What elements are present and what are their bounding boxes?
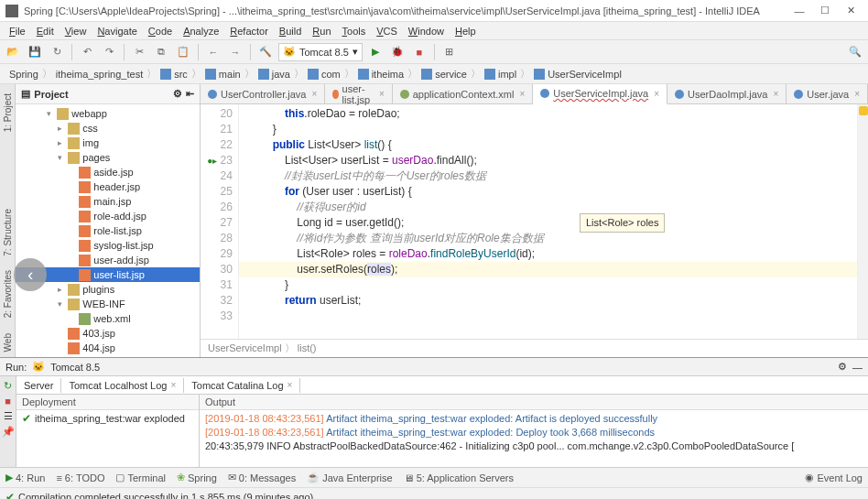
- code-area[interactable]: this.roleDao = roleDao; } public List<Us…: [239, 104, 857, 339]
- copy-icon[interactable]: ⧉: [152, 43, 170, 61]
- tree-item[interactable]: syslog-list.jsp: [16, 238, 200, 253]
- messages-tool-tab[interactable]: ✉0: Messages: [228, 472, 296, 483]
- run-icon[interactable]: ▶: [366, 43, 385, 61]
- editor-tab[interactable]: applicationContext.xml×: [393, 84, 534, 104]
- tree-item[interactable]: ▸css: [16, 121, 200, 136]
- tree-item[interactable]: 500.jsp: [16, 355, 200, 357]
- close-tab-icon[interactable]: ×: [519, 89, 525, 99]
- menu-edit[interactable]: Edit: [31, 24, 60, 38]
- error-stripe[interactable]: [857, 104, 868, 339]
- editor-breadcrumb[interactable]: UserServiceImpl 〉 list(): [201, 339, 868, 357]
- close-tab-icon[interactable]: ×: [379, 89, 385, 99]
- search-icon[interactable]: 🔍: [846, 43, 864, 61]
- favorites-tool-tab[interactable]: 2: Favorites: [2, 265, 14, 323]
- crumb-Spring[interactable]: Spring: [4, 69, 44, 80]
- tree-item[interactable]: main.jsp: [16, 194, 200, 209]
- project-tree[interactable]: ▾webapp▸css▸img▾pagesaside.jspheader.jsp…: [16, 104, 200, 357]
- menu-help[interactable]: Help: [450, 24, 482, 38]
- open-icon[interactable]: 📂: [4, 43, 22, 61]
- run-config-dropdown[interactable]: 🐱 Tomcat 8.5 ▾: [278, 43, 363, 61]
- tree-item[interactable]: ▾pages: [16, 150, 200, 165]
- structure-tool-tab[interactable]: 7: Structure: [2, 203, 14, 262]
- crumb-main[interactable]: main: [200, 69, 246, 80]
- rerun-icon[interactable]: ↻: [4, 380, 12, 392]
- close-tab-icon[interactable]: ×: [854, 89, 860, 99]
- editor-tab[interactable]: UserDaoImpl.java×: [667, 84, 787, 104]
- close-tab-icon[interactable]: ×: [773, 89, 778, 99]
- console-output[interactable]: [2019-01-18 08:43:23,561] Artifact ithei…: [200, 410, 868, 455]
- run-tool-tab[interactable]: ▶4: Run: [5, 472, 45, 483]
- cut-icon[interactable]: ✂: [130, 43, 148, 61]
- crumb-com[interactable]: com: [302, 69, 346, 80]
- save-icon[interactable]: 💾: [26, 43, 44, 61]
- crumb-java[interactable]: java: [253, 69, 296, 80]
- crumb-impl[interactable]: impl: [479, 69, 522, 80]
- run-tab[interactable]: Tomcat Catalina Log×: [184, 378, 300, 393]
- editor-tab[interactable]: UserController.java×: [201, 84, 325, 104]
- menu-window[interactable]: Window: [403, 24, 450, 38]
- menu-navigate[interactable]: Navigate: [92, 24, 142, 38]
- tree-item[interactable]: ▾webapp: [16, 106, 200, 121]
- crumb-itheima_spring_test[interactable]: itheima_spring_test: [50, 69, 148, 80]
- structure-icon[interactable]: ⊞: [440, 43, 459, 61]
- warning-marker[interactable]: [859, 106, 868, 115]
- web-tool-tab[interactable]: Web: [2, 328, 14, 357]
- tree-item[interactable]: ▸img: [16, 136, 200, 150]
- menu-code[interactable]: Code: [143, 24, 178, 38]
- close-tab-icon[interactable]: ×: [312, 89, 318, 99]
- tree-item[interactable]: aside.jsp: [16, 165, 200, 179]
- build-icon[interactable]: 🔨: [256, 43, 275, 61]
- crumb-service[interactable]: service: [416, 69, 472, 80]
- crumb-itheima[interactable]: itheima: [353, 69, 409, 80]
- menu-tools[interactable]: Tools: [337, 24, 372, 38]
- tree-item[interactable]: role-add.jsp: [16, 209, 200, 223]
- stop-icon[interactable]: ■: [5, 396, 11, 407]
- terminal-tool-tab[interactable]: ▢Terminal: [115, 472, 166, 483]
- javaee-tool-tab[interactable]: ☕Java Enterprise: [307, 472, 392, 483]
- close-tab-icon[interactable]: ×: [654, 89, 659, 99]
- menu-file[interactable]: File: [4, 24, 31, 38]
- back-icon[interactable]: ←: [204, 43, 222, 61]
- tree-item[interactable]: 404.jsp: [16, 341, 200, 355]
- minimize-icon[interactable]: —: [852, 362, 863, 373]
- menu-vcs[interactable]: VCS: [371, 24, 403, 38]
- pin-icon[interactable]: 📌: [2, 426, 15, 438]
- crumb-src[interactable]: src: [155, 69, 193, 80]
- tree-item[interactable]: 403.jsp: [16, 326, 200, 341]
- tree-item[interactable]: role-list.jsp: [16, 223, 200, 238]
- stop-icon[interactable]: ■: [410, 43, 429, 61]
- tree-item[interactable]: web.xml: [16, 311, 200, 326]
- menu-run[interactable]: Run: [307, 24, 336, 38]
- collapse-icon[interactable]: ⇤: [186, 88, 194, 100]
- editor-tab[interactable]: user-list.jsp×: [325, 84, 392, 104]
- gutter[interactable]: 202122●▸ 2324252627282930313233: [201, 104, 239, 339]
- minimize-button[interactable]: —: [787, 3, 811, 19]
- run-tab[interactable]: Tomcat Localhost Log×: [61, 378, 184, 393]
- redo-icon[interactable]: ↷: [100, 43, 118, 61]
- sync-icon[interactable]: ↻: [48, 43, 66, 61]
- tree-item[interactable]: ▾WEB-INF: [16, 297, 200, 311]
- editor-tab[interactable]: UserServiceImpl.java×: [533, 84, 667, 104]
- deployment-item[interactable]: ✔ itheima_spring_test:war exploded: [16, 410, 199, 427]
- eventlog-tool-tab[interactable]: ◉Event Log: [805, 472, 863, 483]
- editor-tab[interactable]: User.java×: [787, 84, 868, 104]
- undo-icon[interactable]: ↶: [78, 43, 96, 61]
- dump-icon[interactable]: ☰: [4, 410, 13, 422]
- spring-tool-tab[interactable]: ❀Spring: [177, 472, 217, 483]
- maximize-button[interactable]: ☐: [813, 3, 837, 19]
- forward-icon[interactable]: →: [226, 43, 244, 61]
- debug-icon[interactable]: 🐞: [388, 43, 407, 61]
- crumb-UserServiceImpl[interactable]: UserServiceImpl: [528, 69, 627, 80]
- settings-icon[interactable]: ⚙: [173, 88, 182, 100]
- gear-icon[interactable]: ⚙: [838, 361, 847, 373]
- appservers-tool-tab[interactable]: 🖥5: Application Servers: [404, 472, 514, 483]
- menu-build[interactable]: Build: [274, 24, 307, 38]
- menu-refactor[interactable]: Refactor: [224, 24, 274, 38]
- tree-item[interactable]: header.jsp: [16, 179, 200, 194]
- close-button[interactable]: ✕: [839, 3, 863, 19]
- todo-tool-tab[interactable]: ≡6: TODO: [56, 472, 104, 483]
- menu-view[interactable]: View: [60, 24, 92, 38]
- menu-analyze[interactable]: Analyze: [178, 24, 224, 38]
- paste-icon[interactable]: 📋: [174, 43, 192, 61]
- run-tab[interactable]: Server: [16, 378, 61, 393]
